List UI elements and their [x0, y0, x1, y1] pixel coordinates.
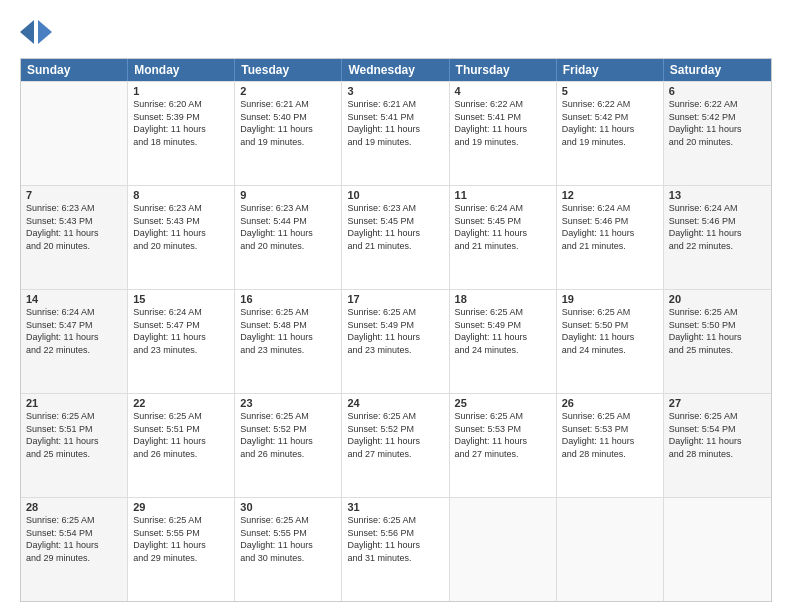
calendar-cell: 7Sunrise: 6:23 AM Sunset: 5:43 PM Daylig… — [21, 186, 128, 289]
calendar-cell: 8Sunrise: 6:23 AM Sunset: 5:43 PM Daylig… — [128, 186, 235, 289]
calendar-cell: 6Sunrise: 6:22 AM Sunset: 5:42 PM Daylig… — [664, 82, 771, 185]
day-detail: Sunrise: 6:25 AM Sunset: 5:55 PM Dayligh… — [240, 514, 336, 564]
day-detail: Sunrise: 6:20 AM Sunset: 5:39 PM Dayligh… — [133, 98, 229, 148]
day-detail: Sunrise: 6:25 AM Sunset: 5:52 PM Dayligh… — [240, 410, 336, 460]
header-day: Sunday — [21, 59, 128, 81]
calendar-cell: 17Sunrise: 6:25 AM Sunset: 5:49 PM Dayli… — [342, 290, 449, 393]
calendar-cell: 25Sunrise: 6:25 AM Sunset: 5:53 PM Dayli… — [450, 394, 557, 497]
day-number: 4 — [455, 85, 551, 97]
day-number: 3 — [347, 85, 443, 97]
header-day: Wednesday — [342, 59, 449, 81]
day-detail: Sunrise: 6:24 AM Sunset: 5:47 PM Dayligh… — [133, 306, 229, 356]
day-number: 29 — [133, 501, 229, 513]
day-detail: Sunrise: 6:24 AM Sunset: 5:45 PM Dayligh… — [455, 202, 551, 252]
day-number: 31 — [347, 501, 443, 513]
calendar-cell: 23Sunrise: 6:25 AM Sunset: 5:52 PM Dayli… — [235, 394, 342, 497]
day-number: 16 — [240, 293, 336, 305]
day-detail: Sunrise: 6:25 AM Sunset: 5:49 PM Dayligh… — [347, 306, 443, 356]
calendar-cell: 24Sunrise: 6:25 AM Sunset: 5:52 PM Dayli… — [342, 394, 449, 497]
day-detail: Sunrise: 6:24 AM Sunset: 5:46 PM Dayligh… — [562, 202, 658, 252]
day-number: 5 — [562, 85, 658, 97]
day-detail: Sunrise: 6:22 AM Sunset: 5:42 PM Dayligh… — [562, 98, 658, 148]
header-day: Friday — [557, 59, 664, 81]
day-number: 26 — [562, 397, 658, 409]
calendar-cell — [450, 498, 557, 601]
day-detail: Sunrise: 6:21 AM Sunset: 5:40 PM Dayligh… — [240, 98, 336, 148]
calendar-header: SundayMondayTuesdayWednesdayThursdayFrid… — [21, 59, 771, 81]
calendar-cell — [557, 498, 664, 601]
day-number: 14 — [26, 293, 122, 305]
logo — [20, 16, 56, 48]
calendar-row: 14Sunrise: 6:24 AM Sunset: 5:47 PM Dayli… — [21, 289, 771, 393]
calendar-cell: 31Sunrise: 6:25 AM Sunset: 5:56 PM Dayli… — [342, 498, 449, 601]
day-detail: Sunrise: 6:25 AM Sunset: 5:50 PM Dayligh… — [562, 306, 658, 356]
day-number: 17 — [347, 293, 443, 305]
day-detail: Sunrise: 6:25 AM Sunset: 5:50 PM Dayligh… — [669, 306, 766, 356]
day-detail: Sunrise: 6:25 AM Sunset: 5:49 PM Dayligh… — [455, 306, 551, 356]
day-detail: Sunrise: 6:21 AM Sunset: 5:41 PM Dayligh… — [347, 98, 443, 148]
calendar-cell: 3Sunrise: 6:21 AM Sunset: 5:41 PM Daylig… — [342, 82, 449, 185]
day-number: 22 — [133, 397, 229, 409]
day-detail: Sunrise: 6:24 AM Sunset: 5:46 PM Dayligh… — [669, 202, 766, 252]
day-number: 21 — [26, 397, 122, 409]
day-number: 19 — [562, 293, 658, 305]
day-detail: Sunrise: 6:25 AM Sunset: 5:53 PM Dayligh… — [455, 410, 551, 460]
day-number: 12 — [562, 189, 658, 201]
header-day: Thursday — [450, 59, 557, 81]
day-number: 10 — [347, 189, 443, 201]
day-detail: Sunrise: 6:25 AM Sunset: 5:51 PM Dayligh… — [133, 410, 229, 460]
day-number: 1 — [133, 85, 229, 97]
calendar-cell: 22Sunrise: 6:25 AM Sunset: 5:51 PM Dayli… — [128, 394, 235, 497]
day-number: 18 — [455, 293, 551, 305]
calendar-cell: 13Sunrise: 6:24 AM Sunset: 5:46 PM Dayli… — [664, 186, 771, 289]
calendar-cell: 29Sunrise: 6:25 AM Sunset: 5:55 PM Dayli… — [128, 498, 235, 601]
calendar-cell: 19Sunrise: 6:25 AM Sunset: 5:50 PM Dayli… — [557, 290, 664, 393]
calendar-row: 1Sunrise: 6:20 AM Sunset: 5:39 PM Daylig… — [21, 81, 771, 185]
header-day: Saturday — [664, 59, 771, 81]
day-detail: Sunrise: 6:25 AM Sunset: 5:54 PM Dayligh… — [26, 514, 122, 564]
day-detail: Sunrise: 6:23 AM Sunset: 5:43 PM Dayligh… — [133, 202, 229, 252]
svg-marker-0 — [38, 20, 52, 44]
calendar-cell: 15Sunrise: 6:24 AM Sunset: 5:47 PM Dayli… — [128, 290, 235, 393]
header-day: Monday — [128, 59, 235, 81]
calendar-body: 1Sunrise: 6:20 AM Sunset: 5:39 PM Daylig… — [21, 81, 771, 601]
calendar-cell: 26Sunrise: 6:25 AM Sunset: 5:53 PM Dayli… — [557, 394, 664, 497]
day-number: 8 — [133, 189, 229, 201]
day-detail: Sunrise: 6:25 AM Sunset: 5:51 PM Dayligh… — [26, 410, 122, 460]
calendar: SundayMondayTuesdayWednesdayThursdayFrid… — [20, 58, 772, 602]
day-detail: Sunrise: 6:23 AM Sunset: 5:45 PM Dayligh… — [347, 202, 443, 252]
day-detail: Sunrise: 6:22 AM Sunset: 5:41 PM Dayligh… — [455, 98, 551, 148]
calendar-cell: 4Sunrise: 6:22 AM Sunset: 5:41 PM Daylig… — [450, 82, 557, 185]
day-detail: Sunrise: 6:25 AM Sunset: 5:56 PM Dayligh… — [347, 514, 443, 564]
day-detail: Sunrise: 6:24 AM Sunset: 5:47 PM Dayligh… — [26, 306, 122, 356]
day-detail: Sunrise: 6:25 AM Sunset: 5:54 PM Dayligh… — [669, 410, 766, 460]
calendar-cell: 20Sunrise: 6:25 AM Sunset: 5:50 PM Dayli… — [664, 290, 771, 393]
calendar-cell: 10Sunrise: 6:23 AM Sunset: 5:45 PM Dayli… — [342, 186, 449, 289]
calendar-cell: 27Sunrise: 6:25 AM Sunset: 5:54 PM Dayli… — [664, 394, 771, 497]
day-detail: Sunrise: 6:25 AM Sunset: 5:52 PM Dayligh… — [347, 410, 443, 460]
calendar-cell: 16Sunrise: 6:25 AM Sunset: 5:48 PM Dayli… — [235, 290, 342, 393]
logo-icon — [20, 16, 52, 48]
calendar-cell: 1Sunrise: 6:20 AM Sunset: 5:39 PM Daylig… — [128, 82, 235, 185]
header-day: Tuesday — [235, 59, 342, 81]
day-detail: Sunrise: 6:23 AM Sunset: 5:43 PM Dayligh… — [26, 202, 122, 252]
page: SundayMondayTuesdayWednesdayThursdayFrid… — [0, 0, 792, 612]
calendar-row: 7Sunrise: 6:23 AM Sunset: 5:43 PM Daylig… — [21, 185, 771, 289]
calendar-cell: 28Sunrise: 6:25 AM Sunset: 5:54 PM Dayli… — [21, 498, 128, 601]
svg-marker-1 — [20, 20, 34, 44]
day-number: 23 — [240, 397, 336, 409]
day-number: 15 — [133, 293, 229, 305]
day-number: 2 — [240, 85, 336, 97]
day-number: 30 — [240, 501, 336, 513]
day-number: 9 — [240, 189, 336, 201]
day-number: 20 — [669, 293, 766, 305]
day-detail: Sunrise: 6:25 AM Sunset: 5:53 PM Dayligh… — [562, 410, 658, 460]
calendar-cell: 30Sunrise: 6:25 AM Sunset: 5:55 PM Dayli… — [235, 498, 342, 601]
calendar-row: 21Sunrise: 6:25 AM Sunset: 5:51 PM Dayli… — [21, 393, 771, 497]
calendar-cell — [664, 498, 771, 601]
day-detail: Sunrise: 6:25 AM Sunset: 5:48 PM Dayligh… — [240, 306, 336, 356]
day-number: 25 — [455, 397, 551, 409]
calendar-cell: 14Sunrise: 6:24 AM Sunset: 5:47 PM Dayli… — [21, 290, 128, 393]
calendar-cell: 2Sunrise: 6:21 AM Sunset: 5:40 PM Daylig… — [235, 82, 342, 185]
day-detail: Sunrise: 6:23 AM Sunset: 5:44 PM Dayligh… — [240, 202, 336, 252]
